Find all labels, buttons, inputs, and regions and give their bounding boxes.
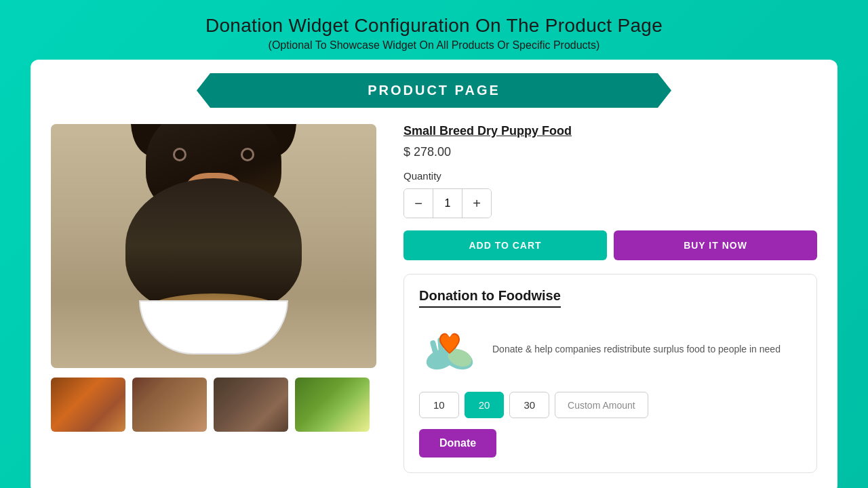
product-content: Small Breed Dry Puppy Food $ 278.00 Quan…	[51, 124, 817, 473]
donation-widget: Donation to Foodwise	[403, 274, 817, 473]
quantity-label: Quantity	[403, 170, 817, 182]
product-images	[51, 124, 376, 473]
custom-amount-button[interactable]: Custom Amount	[555, 392, 648, 418]
amount-30-button[interactable]: 30	[509, 392, 549, 418]
amount-20-button[interactable]: 20	[465, 392, 505, 418]
donation-description: Donate & help companies redistribute sur…	[492, 342, 781, 357]
page-subtitle: (Optional To Showcase Widget On All Prod…	[205, 39, 663, 52]
donation-amounts: 10 20 30 Custom Amount	[419, 392, 802, 418]
qty-decrease-button[interactable]: −	[404, 189, 433, 218]
page-header: Donation Widget Configuration On The Pro…	[192, 0, 676, 60]
thumbnail-2[interactable]	[132, 378, 207, 432]
thumbnail-row	[51, 378, 376, 432]
amount-10-button[interactable]: 10	[419, 392, 459, 418]
donation-icon	[419, 319, 480, 380]
thumbnail-4[interactable]	[295, 378, 370, 432]
product-name: Small Breed Dry Puppy Food	[403, 124, 817, 138]
svg-rect-2	[430, 340, 439, 354]
buy-now-button[interactable]: BUY IT NOW	[614, 230, 817, 260]
page-title: Donation Widget Configuration On The Pro…	[205, 15, 663, 37]
main-image	[51, 124, 376, 368]
donation-title: Donation to Foodwise	[419, 288, 561, 308]
banner-label: PRODUCT PAGE	[197, 73, 671, 108]
thumbnail-3[interactable]	[214, 378, 288, 432]
action-buttons: ADD TO CART BUY IT NOW	[403, 230, 817, 260]
product-details: Small Breed Dry Puppy Food $ 278.00 Quan…	[403, 124, 817, 473]
thumbnail-1[interactable]	[51, 378, 125, 432]
quantity-control: − 1 +	[403, 188, 492, 218]
product-banner: PRODUCT PAGE	[51, 73, 817, 108]
donation-body: Donate & help companies redistribute sur…	[419, 319, 802, 380]
donate-button[interactable]: Donate	[419, 429, 496, 458]
qty-increase-button[interactable]: +	[462, 189, 491, 218]
product-price: $ 278.00	[403, 145, 817, 159]
qty-value: 1	[433, 189, 462, 218]
product-card: PRODUCT PAGE	[31, 60, 837, 488]
add-to-cart-button[interactable]: ADD TO CART	[403, 230, 607, 260]
